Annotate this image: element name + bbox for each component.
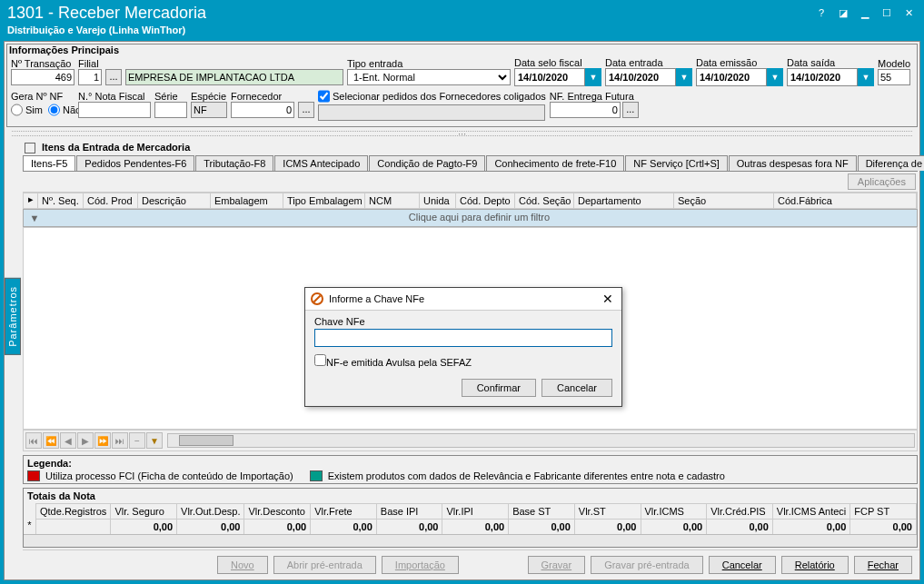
footer-buttons: Novo Abrir pré-entrada Importação Gravar… [23, 549, 919, 579]
totais-header[interactable]: Vlr.Out.Desp. [177, 504, 243, 520]
tab-pedidos-pendentes[interactable]: Pedidos Pendentes-F6 [76, 155, 194, 171]
selecionar-coligados-check[interactable]: Selecionar pedidos dos Fornecedores coli… [318, 88, 546, 104]
data-emissao-drop-icon[interactable]: ▼ [767, 68, 783, 86]
col-departamento[interactable]: Departamento [574, 193, 674, 208]
tipo-entrada-select[interactable]: 1-Ent. Normal [347, 69, 511, 85]
totais-header[interactable]: Vlr.ICMS Anteci [773, 504, 849, 520]
tab-itens[interactable]: Itens-F5 [23, 155, 75, 171]
col-descricao[interactable]: Descrição [138, 193, 211, 208]
tab-conhecimento-frete[interactable]: Conhecimento de frete-F10 [486, 155, 624, 171]
tab-nf-servico[interactable]: NF Serviço [Crtl+S] [625, 155, 727, 171]
nf-entrega-futura-lookup-button[interactable]: ... [622, 102, 639, 118]
modelo-input[interactable] [878, 69, 910, 85]
abrir-pre-entrada-button[interactable]: Abrir pré-entrada [273, 556, 376, 574]
edit-icon[interactable]: ◪ [835, 7, 851, 19]
col-cod-prod[interactable]: Cód. Prod [84, 193, 138, 208]
totais-header[interactable]: Vlr.Desconto [244, 504, 310, 520]
col-tipo-embalagem[interactable]: Tipo Embalagem [283, 193, 365, 208]
filter-icon: ▼ [29, 213, 40, 223]
totais-header[interactable]: Vlr.IPI [442, 504, 508, 520]
nav-last-icon[interactable]: ⏭ [112, 432, 128, 449]
data-emissao-input[interactable] [696, 68, 767, 86]
grid-navigator: ⏮ ⏪ ◀ ▶ ⏩ ⏭ − ▼ [23, 430, 918, 451]
col-secao[interactable]: Seção [674, 193, 774, 208]
especie-input[interactable] [191, 102, 227, 118]
totais-header[interactable]: Vlr.ICMS [641, 504, 707, 520]
filial-input[interactable] [78, 69, 102, 85]
tab-condicao-pagto[interactable]: Condição de Pagto-F9 [369, 155, 485, 171]
legenda-relevancia-text: Existem produtos com dados de Relevância… [328, 470, 725, 481]
legenda-fci-text: Utiliza processo FCI (Ficha de conteúdo … [45, 470, 293, 481]
modal-close-icon[interactable]: ✕ [600, 292, 616, 306]
fechar-button[interactable]: Fechar [854, 556, 912, 574]
detach-icon[interactable] [25, 143, 35, 153]
col-embalagem[interactable]: Embalagem [211, 193, 283, 208]
gera-nf-sim-radio[interactable]: Sim [11, 102, 43, 118]
nf-entrega-futura-input[interactable] [550, 102, 621, 118]
col-ncm[interactable]: NCM [365, 193, 420, 208]
section-separator[interactable] [12, 131, 912, 136]
totais-header[interactable]: FCP ST [850, 504, 916, 520]
nav-prev-page-icon[interactable]: ⏪ [43, 432, 59, 449]
data-saida-drop-icon[interactable]: ▼ [858, 68, 874, 86]
parametros-side-tab[interactable]: Parâmetros [5, 278, 21, 355]
totais-value: 0,00 [850, 520, 916, 534]
tab-icms-antecipado[interactable]: ICMS Antecipado [274, 155, 368, 171]
data-selo-fiscal-drop-icon[interactable]: ▼ [585, 68, 601, 86]
nav-delete-icon[interactable]: − [129, 432, 145, 449]
totais-header[interactable]: Vlr.ST [575, 504, 641, 520]
nav-next-icon[interactable]: ▶ [77, 432, 94, 449]
tab-outras-despesas[interactable]: Outras despesas fora NF [729, 155, 857, 171]
nav-first-icon[interactable]: ⏮ [25, 432, 42, 449]
totais-header[interactable]: Vlr. Seguro [111, 504, 176, 520]
fornecedor-nome-input[interactable] [318, 104, 545, 121]
tab-diferenca[interactable]: Diferença de [858, 155, 924, 171]
totais-header[interactable]: Vlr.Créd.PIS [707, 504, 772, 520]
importacao-button[interactable]: Importação [382, 556, 459, 574]
totais-header[interactable]: Qtde.Registros [36, 504, 110, 520]
chave-nfe-modal: Informe a Chave NFe ✕ Chave NFe NF-e emi… [304, 287, 622, 407]
data-saida-input[interactable] [787, 68, 858, 86]
grid-hscroll[interactable] [167, 433, 915, 448]
help-icon[interactable]: ? [813, 7, 830, 19]
totais-header[interactable]: Base IPI [377, 504, 442, 520]
col-num-seq[interactable]: Nº. Seq. [38, 193, 84, 208]
totais-hscroll[interactable] [24, 534, 917, 547]
gera-nf-nao-radio[interactable]: Não [48, 102, 81, 118]
data-selo-fiscal-input[interactable] [514, 68, 585, 86]
filial-lookup-button[interactable]: ... [105, 69, 122, 85]
serie-input[interactable] [154, 102, 187, 118]
col-unida[interactable]: Unida [420, 193, 456, 208]
cancelar-button[interactable]: Cancelar [709, 556, 776, 574]
tab-tributacao[interactable]: Tributação-F8 [195, 155, 273, 171]
novo-button[interactable]: Novo [217, 556, 268, 574]
filter-row[interactable]: ▼ Clique aqui para definir um filtro [23, 209, 918, 227]
totais-header[interactable]: Vlr.Frete [311, 504, 376, 520]
num-nota-fiscal-input[interactable] [78, 102, 151, 118]
filial-label: Filial [78, 58, 102, 69]
col-cod-fabrica[interactable]: Cód.Fábrica [774, 193, 917, 208]
data-entrada-drop-icon[interactable]: ▼ [676, 68, 692, 86]
fornecedor-input[interactable] [231, 102, 294, 118]
maximize-icon[interactable]: ☐ [879, 7, 895, 19]
data-entrada-input[interactable] [605, 68, 676, 86]
gravar-pre-entrada-button[interactable]: Gravar pré-entrada [591, 556, 703, 574]
col-cod-secao[interactable]: Cód. Seção [515, 193, 574, 208]
nav-next-page-icon[interactable]: ⏩ [94, 432, 111, 449]
modal-cancelar-button[interactable]: Cancelar [541, 379, 612, 397]
close-icon[interactable]: ✕ [900, 7, 917, 19]
nfe-avulsa-check[interactable]: NF-e emitida Avulsa pela SEFAZ [314, 354, 472, 368]
minimize-icon[interactable]: ▁ [857, 7, 873, 19]
nav-prev-icon[interactable]: ◀ [60, 432, 76, 449]
fornecedor-lookup-button[interactable]: ... [298, 102, 314, 118]
totais-header[interactable]: Base ST [509, 504, 574, 520]
num-transacao-input[interactable] [11, 69, 75, 85]
col-cod-depto[interactable]: Cód. Depto [456, 193, 515, 208]
gravar-button[interactable]: Gravar [528, 556, 586, 574]
aplicacoes-button[interactable]: Aplicações [848, 173, 916, 190]
modal-confirmar-button[interactable]: Confirmar [462, 379, 536, 397]
relatorio-button[interactable]: Relatório [781, 556, 849, 574]
nav-filter-icon[interactable]: ▼ [146, 432, 163, 449]
filial-nome-input[interactable] [125, 69, 343, 85]
chave-nfe-input[interactable] [314, 329, 612, 347]
